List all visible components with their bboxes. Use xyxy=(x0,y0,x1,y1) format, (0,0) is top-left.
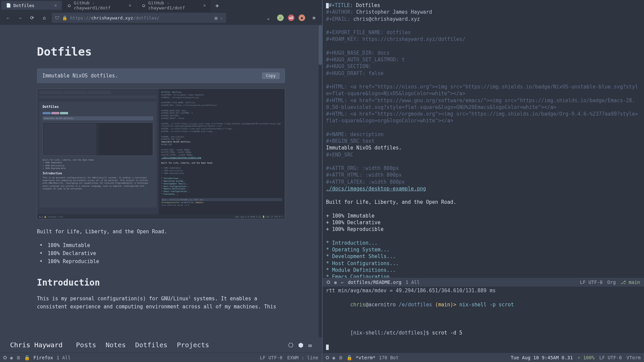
url-domain: chrishayward.xyz xyxy=(91,15,133,20)
forward-button[interactable]: → xyxy=(15,13,25,22)
extension-orange-icon[interactable]: ● xyxy=(299,14,305,21)
site-nav: Chris Hayward Posts Notes Dotfiles Proje… xyxy=(0,337,322,353)
github-icon: ◯ xyxy=(142,3,146,8)
new-tab-button[interactable]: + xyxy=(211,1,223,10)
shield-icon: 🛡 xyxy=(55,15,59,20)
ublock-icon[interactable]: uO xyxy=(288,14,294,21)
state-icon: ◉ xyxy=(334,280,337,285)
feature-list: 100% Immutable 100% Declarative 100% Rep… xyxy=(37,241,285,265)
position: 170 Bot xyxy=(379,355,398,360)
editor[interactable]: #+TITLE: Dotfiles #+AUTHOR: Christopher … xyxy=(323,0,644,278)
nav-projects[interactable]: Projects xyxy=(177,341,209,349)
close-icon[interactable]: × xyxy=(129,3,131,8)
browser-tab-3[interactable]: ◯ GitHub - chayward1/dotf × xyxy=(137,0,211,12)
modeline-left: ◉ 🗎 🔒 Firefox 1 All LF UTF-8 EXWM : line xyxy=(0,353,322,362)
page-title: Dotfiles xyxy=(37,45,285,58)
state-icon: ◉ xyxy=(332,355,335,360)
url-protocol: https:// xyxy=(70,15,91,20)
back-button[interactable]: ← xyxy=(3,13,13,22)
buffer-name: dotfiles/README.org xyxy=(348,280,401,285)
position: 1 All xyxy=(406,280,420,285)
back-icon: ← xyxy=(341,280,343,285)
screenshot-image: Dotfiles Immutable NixOS dotfiles. xyxy=(37,88,285,219)
terminal[interactable]: rtt min/avg/max/mdev = 49.294/186.651/36… xyxy=(323,287,644,353)
bookmark-icon[interactable]: ☆ xyxy=(220,15,223,20)
browser-toolbar: ← → ⟳ ⌂ 🛡 🔒 https://chrishayward.xyz/dot… xyxy=(0,11,322,25)
status-dot-icon xyxy=(327,281,330,284)
browser-tab-1[interactable]: 📄 Dotfiles × xyxy=(1,1,62,10)
list-item: 100% Reproducible xyxy=(40,257,285,265)
browser-content: Dotfiles Immutable NixOS dotfiles. Copy xyxy=(0,25,322,337)
datetime: Tue Aug 10 9:45AM 0.31 xyxy=(511,355,573,360)
buffer-name: *vterm* xyxy=(356,355,375,360)
position: 1 All xyxy=(56,355,70,360)
list-item: 100% Immutable xyxy=(40,241,285,249)
state-icon: ◉ xyxy=(10,355,13,360)
lock-icon: 🔒 xyxy=(62,15,67,20)
reload-button[interactable]: ⟳ xyxy=(28,13,37,22)
url-bar[interactable]: 🛡 🔒 https://chrishayward.xyz/dotfiles/ ▤… xyxy=(52,13,226,23)
tab-label: Dotfiles xyxy=(13,3,35,8)
browser-tabs: 📄 Dotfiles × ◯ GitHub - chayward1/dotf ×… xyxy=(0,0,322,11)
nav-dotfiles[interactable]: Dotfiles xyxy=(135,341,167,349)
section-heading: Introduction xyxy=(37,278,285,288)
home-button[interactable]: ⌂ xyxy=(40,13,49,22)
editor-modeline: ◉ ← dotfiles/README.org 1 All LF UTF-8 O… xyxy=(323,278,644,287)
tab-label: GitHub - chayward1/dotf xyxy=(148,0,200,10)
github-icon[interactable]: ⎔ xyxy=(288,342,293,349)
reader-icon[interactable]: ▤ xyxy=(215,15,217,20)
pocket-icon[interactable]: ⌄ xyxy=(264,13,273,22)
tagline: Built for Life, Liberty, and the Open Ro… xyxy=(37,229,285,235)
buffer-name: Firefox xyxy=(33,355,53,360)
lock-icon: 🔒 xyxy=(24,355,30,360)
favicon-icon: 📄 xyxy=(6,3,11,8)
status-dot-icon xyxy=(326,356,329,359)
extension-green-icon[interactable]: ✓ xyxy=(277,14,284,21)
scrollbar[interactable] xyxy=(319,25,322,337)
file-icon: 🗎 xyxy=(16,355,21,360)
tab-label: GitHub - chayward1/dotf xyxy=(74,0,126,10)
email-icon[interactable]: ✉ xyxy=(308,342,312,349)
body-text: This is my personal configuration(s) for… xyxy=(37,294,285,311)
battery-icon: ⚡ 100% xyxy=(578,355,595,360)
nav-posts[interactable]: Posts xyxy=(76,341,96,349)
gitlab-icon[interactable]: ⬢ xyxy=(298,342,304,349)
copy-button[interactable]: Copy xyxy=(262,72,280,79)
branch-icon: ⎇ main xyxy=(621,280,640,285)
list-item: 100% Declarative xyxy=(40,249,285,257)
file-icon: 🗎 xyxy=(338,355,343,360)
github-icon: ◯ xyxy=(67,3,71,8)
modeline-right: ◉ 🗎 🔒 *vterm* 170 Bot Tue Aug 10 9:45AM … xyxy=(322,353,644,362)
close-icon[interactable]: × xyxy=(54,3,57,8)
code-text: Immutable NixOS dotfiles. xyxy=(42,73,118,79)
site-brand[interactable]: Chris Hayward xyxy=(10,341,63,349)
url-path: /dotfiles/ xyxy=(133,15,159,20)
nav-notes[interactable]: Notes xyxy=(106,341,126,349)
browser-tab-2[interactable]: ◯ GitHub - chayward1/dotf × xyxy=(62,0,136,12)
close-icon[interactable]: × xyxy=(203,3,206,8)
menu-icon[interactable]: ≡ xyxy=(309,13,319,22)
status-dot-icon xyxy=(3,356,7,359)
code-block: Immutable NixOS dotfiles. Copy xyxy=(37,68,285,83)
lock-icon: 🔒 xyxy=(346,355,352,360)
